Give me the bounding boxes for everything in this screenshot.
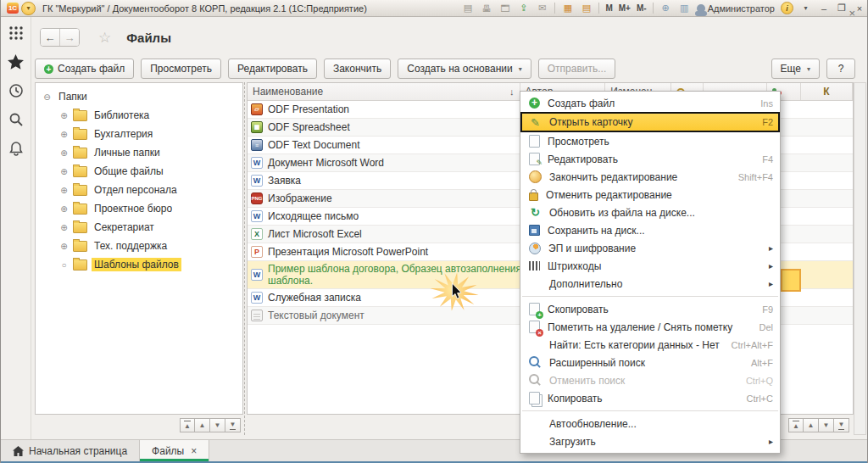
- toolbar-button-отправить-[interactable]: Отправить...: [538, 59, 616, 79]
- scroll-top-button[interactable]: ▲: [180, 418, 195, 432]
- folder-item[interactable]: ⊕Бухгалтерия: [39, 125, 239, 143]
- searchadv-icon: [529, 356, 542, 369]
- expand-icon[interactable]: ⊕: [59, 167, 69, 176]
- menu-item-эп-и-шифрование[interactable]: ЭП и шифрование▸: [520, 239, 780, 257]
- folder-item-label: Общие файлы: [92, 165, 166, 178]
- favorites-star-icon[interactable]: [8, 54, 24, 70]
- expand-icon[interactable]: ⊕: [59, 223, 69, 232]
- folder-item[interactable]: ⊕Секретариат: [39, 218, 239, 237]
- menu-item-загрузить[interactable]: Загрузить▸: [520, 432, 780, 450]
- menu-item-закончить-редактирование[interactable]: Закончить редактированиеShift+F4: [520, 168, 780, 186]
- favorite-star-icon[interactable]: ☆: [98, 29, 111, 47]
- expand-icon[interactable]: ⊕: [59, 130, 69, 139]
- calendar-icon[interactable]: ▤: [580, 3, 593, 14]
- scroll-bottom-button[interactable]: ▼: [834, 418, 849, 432]
- scale-m-minus-button[interactable]: M-: [637, 3, 647, 14]
- globe-icon: [529, 243, 541, 254]
- leaf-icon[interactable]: ○: [59, 260, 69, 270]
- notifications-bell-icon[interactable]: [8, 141, 24, 156]
- main-menu-button[interactable]: ▾: [21, 2, 36, 15]
- toolbar-button-редактировать[interactable]: Редактировать: [228, 59, 317, 79]
- toolbar-button-закончить[interactable]: Закончить: [324, 59, 391, 79]
- back-button[interactable]: ←: [41, 29, 59, 46]
- expand-icon[interactable]: ⊕: [59, 186, 69, 195]
- folder-item[interactable]: ⊕Проектное бюро: [39, 199, 239, 218]
- chevron-down-icon[interactable]: ▾: [799, 3, 812, 14]
- scale-m-plus-button[interactable]: M+: [619, 3, 631, 14]
- page-title: Файлы: [126, 31, 171, 45]
- toolbar-button-создать-файл[interactable]: +Создать файл: [35, 59, 134, 79]
- scroll-up-button[interactable]: ▲: [195, 418, 210, 432]
- menu-item-редактировать[interactable]: РедактироватьF4: [520, 150, 780, 168]
- scale-m-button[interactable]: M: [605, 3, 612, 14]
- folder-item[interactable]: ⊕Библиотека: [39, 106, 239, 125]
- folder-tree-root[interactable]: ⊖Папки: [39, 87, 239, 106]
- folder-item[interactable]: ⊕Общие файлы: [39, 162, 239, 181]
- zoom-icon[interactable]: ⊕: [659, 3, 672, 14]
- menu-item-просмотреть[interactable]: Просмотреть: [520, 132, 780, 150]
- info-icon[interactable]: i: [781, 2, 793, 14]
- menu-item-автообновление[interactable]: Автообновление...: [520, 415, 780, 432]
- menu-item-отменить-поиск[interactable]: Отменить поискCtrl+Q: [520, 371, 780, 389]
- folder-item[interactable]: ⊕Личные папки: [39, 143, 239, 162]
- toolbar-button-создать-на-основании[interactable]: Создать на основании▾: [398, 59, 531, 79]
- tab-close-icon[interactable]: ×: [191, 445, 197, 457]
- forward-button[interactable]: →: [59, 29, 79, 46]
- menu-item-открыть-карточку[interactable]: ✎Открыть карточкуF2: [520, 112, 780, 132]
- menu-item-отменить-редактирование[interactable]: Отменить редактирование: [520, 186, 780, 204]
- folder-item[interactable]: ○Шаблоны файлов: [39, 255, 239, 274]
- toolbar-button-просмотреть[interactable]: Просмотреть: [141, 59, 221, 79]
- send-icon[interactable]: ⇪: [517, 3, 530, 14]
- menu-separator: [522, 296, 778, 297]
- form-close-icon[interactable]: ×: [849, 7, 855, 20]
- help-button[interactable]: ?: [826, 59, 855, 79]
- menu-item-создать-файл[interactable]: +Создать файлIns: [520, 94, 780, 112]
- tab-начальная-страница[interactable]: Начальная страница: [1, 440, 139, 461]
- vertical-scrollbar[interactable]: [854, 82, 866, 435]
- save-icon[interactable]: ▤: [461, 3, 474, 14]
- scroll-up-button[interactable]: ▲: [804, 418, 819, 432]
- menu-item-найти-есть-категории-данных-нет[interactable]: Найти: Есть категории данных - НетCtrl+A…: [520, 336, 780, 354]
- calculator-icon[interactable]: ▦: [561, 3, 574, 14]
- split-view-icon[interactable]: ▥: [678, 3, 691, 14]
- panel-splitter[interactable]: [244, 82, 245, 435]
- file-name: Изображение: [268, 192, 332, 204]
- scroll-top-button[interactable]: ▲: [788, 418, 804, 432]
- expand-icon[interactable]: ⊕: [59, 111, 69, 120]
- apps-grid-icon[interactable]: [8, 25, 24, 41]
- menu-item-обновить-из-файла-на-диске[interactable]: ↻Обновить из файла на диске...: [520, 204, 780, 221]
- history-clock-icon[interactable]: [8, 83, 24, 98]
- column-header-к[interactable]: К: [801, 83, 853, 100]
- collapse-icon[interactable]: ⊖: [42, 92, 52, 102]
- menu-item-shortcut: Ctrl+Alt+F: [731, 340, 773, 350]
- menu-item-сохранить-на-диск[interactable]: Сохранить на диск...: [520, 221, 780, 239]
- scroll-bottom-button[interactable]: ▼: [225, 418, 241, 432]
- column-header-наименование[interactable]: Наименование↓: [248, 83, 520, 100]
- minimize-button[interactable]: –: [818, 3, 830, 14]
- menu-item-штрихкоды[interactable]: Штрихкоды▸: [520, 257, 780, 275]
- print-preview-icon[interactable]: 🗔: [498, 3, 511, 14]
- close-button[interactable]: ×: [854, 3, 865, 14]
- user-badge[interactable]: Администратор: [697, 3, 775, 14]
- search-icon[interactable]: [8, 112, 24, 127]
- mail-icon[interactable]: ✉: [536, 3, 548, 14]
- expand-icon[interactable]: ⊕: [59, 242, 69, 251]
- tab-файлы[interactable]: Файлы×: [139, 440, 209, 461]
- expand-icon[interactable]: ⊕: [59, 204, 69, 214]
- folder-icon: [73, 166, 87, 177]
- menu-item-копировать[interactable]: КопироватьCtrl+C: [520, 389, 780, 407]
- menu-item-дополнительно[interactable]: Дополнительно▸: [520, 275, 780, 293]
- scroll-down-button[interactable]: ▼: [819, 418, 834, 432]
- print-icon[interactable]: 🖶: [480, 3, 492, 14]
- scroll-down-button[interactable]: ▼: [210, 418, 225, 432]
- maximize-button[interactable]: ❐: [836, 3, 848, 14]
- menu-item-расширенный-поиск[interactable]: Расширенный поискAlt+F: [520, 354, 780, 371]
- menu-item-пометить-на-удаление-снять-пометку[interactable]: Пометить на удаление / Снять пометкуDel: [520, 318, 780, 336]
- more-button[interactable]: Еще ▾: [771, 59, 820, 79]
- expand-icon[interactable]: ⊕: [59, 148, 69, 158]
- folder-item[interactable]: ⊕Отдел персонала: [39, 181, 239, 199]
- folder-item[interactable]: ⊕Тех. поддержка: [39, 237, 239, 255]
- menu-item-shortcut: Shift+F4: [738, 172, 773, 182]
- menu-item-label: Найти: Есть категории данных - Нет: [549, 339, 720, 351]
- menu-item-скопировать[interactable]: СкопироватьF9: [520, 300, 780, 318]
